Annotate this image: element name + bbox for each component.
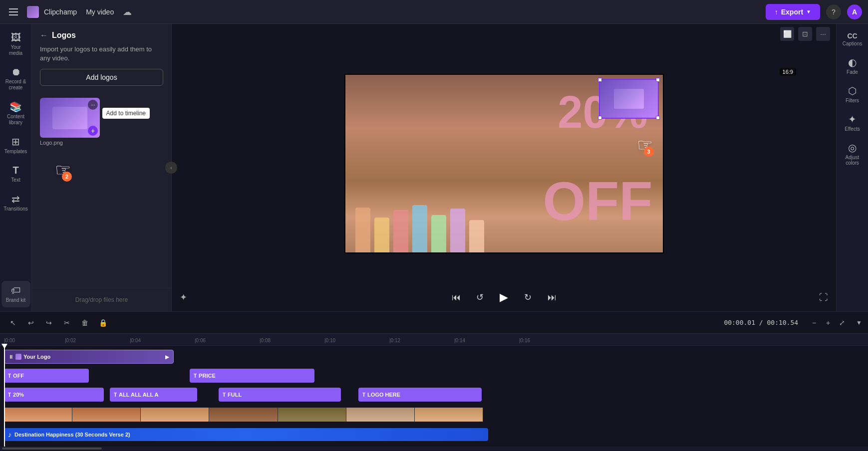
play-button[interactable]: ▶ [496,289,512,305]
redo-button[interactable]: ↪ [42,316,56,330]
text-clip-off[interactable]: T OFF [4,369,89,383]
text-clip-all[interactable]: T ALL ALL ALL A [110,388,197,402]
cut-button[interactable]: ✂ [60,316,74,330]
video-clip[interactable] [4,406,483,424]
add-logos-button[interactable]: Add logos [40,69,163,86]
sidebar-item-text[interactable]: T Text [1,161,30,187]
timeline-toolbar: ↖ ↩ ↪ ✂ 🗑 🔒 00:00.01 / 00:10.54 − + ⤢ ▼ [0,312,868,334]
logo-grid: ··· + Add to timeline Logo.png ☞ 2 [32,94,171,150]
filters-icon: ⬡ [848,85,857,97]
help-button[interactable]: ? [826,4,841,19]
right-item-fade[interactable]: ◐ Fade [838,52,867,79]
cursor-tool-button[interactable]: ↖ [6,316,20,330]
resize-handle-bl[interactable] [598,116,602,120]
clothes-2 [374,218,389,252]
sidebar-item-your-media[interactable]: 🖼 Your media [1,28,30,60]
transitions-icon: ⇄ [11,193,20,205]
collapse-panel-button[interactable]: ‹ [165,162,177,174]
sidebar-item-transitions[interactable]: ⇄ Transitions [1,189,30,216]
video-title[interactable]: My video [82,6,118,18]
timeline-scrollbar[interactable] [0,447,868,451]
export-icon: ↑ [775,8,778,16]
zoom-out-button[interactable]: − [808,317,820,329]
undo-button[interactable]: ↩ [24,316,38,330]
back-button[interactable]: ← [40,31,48,40]
export-dropdown-arrow: ▼ [806,9,811,14]
sidebar-item-record-create[interactable]: ⏺ Record & create [1,62,30,95]
zoom-fit-button[interactable]: ⤢ [836,317,848,329]
sidebar-item-brand-kit[interactable]: 🏷 Brand kit ☞ 1 [1,281,30,307]
skip-back-button[interactable]: ⏮ [448,289,464,305]
effects-icon: ✦ [848,113,857,125]
logo-overlay-frame[interactable] [599,79,659,119]
fade-icon: ◐ [848,56,857,68]
text-clip-full[interactable]: T FULL [219,388,341,402]
crop-button[interactable]: ⬜ [780,27,794,41]
magic-button[interactable]: ✦ [180,292,187,303]
logo-clip-end-handle[interactable]: ▶ [165,354,169,360]
scrollbar-thumb[interactable] [2,448,102,450]
logo-thumbnail-inner [52,107,87,129]
audio-clip[interactable]: ♪ Destination Happiness (30 Seconds Vers… [4,428,488,441]
forward-button[interactable]: ↻ [520,289,536,305]
zoom-in-button[interactable]: + [822,317,834,329]
text-clip-icon-price: T [194,373,197,379]
text-clip-icon-20: T [8,392,11,398]
text-clip-price[interactable]: T PRICE [190,369,314,383]
right-item-effects[interactable]: ✦ Effects [838,109,867,136]
ruler-mark-14: |0:14 [454,338,465,343]
menu-button[interactable] [6,4,22,20]
right-item-filters[interactable]: ⬡ Filters [838,81,867,107]
more-button[interactable]: ··· [816,27,830,41]
pause-icon: ⏸ [8,354,13,360]
lock-button[interactable]: 🔒 [96,316,110,330]
resize-handle-tl[interactable] [598,78,602,82]
zoom-controls: − + ⤢ [808,317,848,329]
clothes-1 [355,208,370,252]
ruler-mark-12: |0:12 [389,338,400,343]
playhead[interactable] [4,346,5,447]
logo-clip[interactable]: ⏸ Your Logo ▶ [4,350,174,364]
time-separator: / [759,319,767,326]
skip-forward-button[interactable]: ⏭ [544,289,560,305]
track-row-logo: ⏸ Your Logo ▶ [0,348,868,366]
avatar-button[interactable]: A [847,4,862,19]
right-item-captions[interactable]: CC Captions [838,28,867,50]
logos-panel: ← Logos Import your logos to easily add … [32,24,172,311]
clothes-7 [469,220,484,252]
logo-add-button[interactable]: + [88,126,98,136]
timeline-tracks[interactable]: |0:00 |0:02 |0:04 |0:06 |0:08 |0:10 |0:1… [0,334,868,451]
text-clip-icon-off: T [8,373,11,379]
playback-controls: ✦ ⏮ ↺ ▶ ↻ ⏭ ⛶ [172,283,836,311]
step2-badge: 2 [62,172,72,182]
fullscreen-button[interactable]: ⛶ [819,292,828,303]
ruler-mark-0: |0:00 [4,338,15,343]
delete-button[interactable]: 🗑 [78,316,92,330]
sidebar-item-content-library[interactable]: 📚 Content library [1,97,30,130]
tracks-container: ⏸ Your Logo ▶ T OFF T PRICE [0,346,868,447]
logo-item[interactable]: ··· + Add to timeline Logo.png ☞ 2 [40,98,100,146]
resize-handle-br[interactable] [656,116,660,120]
app-logo [27,6,39,18]
text-clip-20-label: 20% [13,392,24,398]
aspect-ratio-badge: 16:9 [780,68,796,76]
text-clip-logo-here[interactable]: T LOGO HERE [358,388,482,402]
logo-more-button[interactable]: ··· [88,100,98,110]
text-clip-20[interactable]: T 20% [4,388,104,402]
right-item-adjust-colors[interactable]: ◎ Adjust colors [838,138,867,170]
preview-area: ⬜ ⊡ ··· 20% OFF [172,24,836,311]
resize-handle-tr[interactable] [656,78,660,82]
export-button[interactable]: ↑ Export ▼ [766,4,820,20]
adjust-colors-icon: ◎ [848,142,857,154]
video-thumb-6 [346,408,415,422]
fit-button[interactable]: ⊡ [798,27,812,41]
text-clip-icon-all: T [114,392,117,398]
sidebar-item-templates[interactable]: ⊞ Templates [1,132,30,159]
media-icon: 🖼 [11,32,21,43]
logo-thumbnail: ··· + [40,98,100,138]
brand-kit-icon: 🏷 [11,285,21,296]
ruler-mark-8: |0:08 [260,338,271,343]
collapse-timeline-button[interactable]: ▼ [856,319,862,326]
rewind-button[interactable]: ↺ [472,289,488,305]
effects-label: Effects [845,126,860,132]
